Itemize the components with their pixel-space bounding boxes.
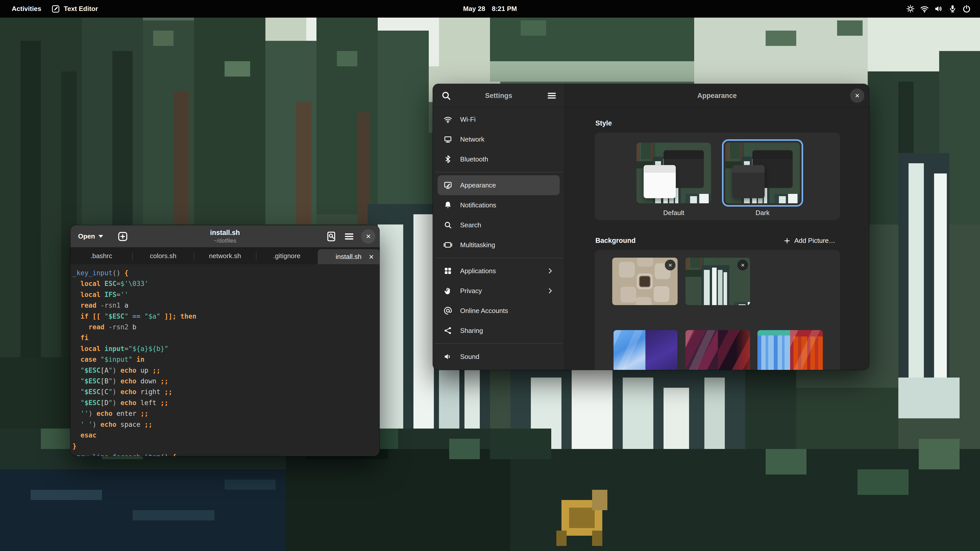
sidebar-item-label: Network (460, 135, 554, 143)
bluetooth-icon (443, 155, 452, 164)
tab-network.sh[interactable]: network.sh (194, 248, 256, 264)
text-editor-headerbar: Open install.sh ~/dotfiles (70, 225, 380, 248)
chevron-right-icon (546, 287, 554, 295)
page-title: Appearance (697, 92, 737, 100)
tab-bar: .bashrccolors.shnetwork.sh.gitignoreinst… (70, 248, 380, 264)
sidebar-item-label: Online Accounts (460, 307, 554, 315)
remove-wallpaper-button[interactable] (665, 260, 676, 270)
wallpaper-thumb-blue-orange-drips[interactable] (757, 330, 823, 370)
clock-button[interactable]: May 28 8:21 PM (463, 0, 517, 17)
power-icon[interactable] (962, 4, 971, 14)
network-icon (443, 135, 452, 144)
code-line[interactable]: _key_input() { (73, 268, 377, 278)
code-line[interactable]: } (73, 441, 377, 451)
code-line[interactable]: local ESC=$'\033' (73, 278, 377, 289)
style-option-label: Default (636, 209, 711, 217)
sidebar-item-privacy[interactable]: Privacy (438, 281, 560, 301)
system-tray[interactable] (906, 4, 971, 14)
sidebar-item-label: Sharing (460, 327, 554, 335)
sidebar-item-notifications[interactable]: Notifications (438, 195, 560, 215)
document-preview-icon[interactable] (325, 230, 337, 242)
wallpaper-thumb-dark-red-waves[interactable] (686, 330, 750, 370)
sidebar-item-appearance[interactable]: Appearance (438, 175, 560, 195)
tab-label: .gitignore (273, 252, 301, 260)
style-preview-dark[interactable] (725, 143, 800, 203)
background-card (595, 250, 840, 370)
code-line[interactable]: ' ') echo space ;; (73, 419, 377, 430)
tab-install.sh[interactable]: install.sh (318, 249, 380, 264)
style-option-dark[interactable]: Dark (725, 143, 800, 217)
code-line[interactable]: read -rsn2 b (73, 322, 377, 332)
online-accounts-icon (443, 306, 452, 315)
sidebar-item-label: Applications (460, 267, 539, 275)
tab-.bashrc[interactable]: .bashrc (70, 248, 132, 264)
sidebar-item-multitasking[interactable]: Multitasking (438, 235, 560, 255)
open-document-button[interactable]: Open (75, 230, 107, 242)
settings-sidebar-nav: Wi-FiNetworkBluetoothAppearanceNotificat… (433, 107, 565, 370)
style-preview-default[interactable] (636, 143, 711, 203)
code-line[interactable]: if [[ "$ESC" == "$a" ]]; then (73, 311, 377, 322)
top-bar: Activities Text Editor May 28 8:21 PM (0, 0, 980, 17)
sidebar-item-search[interactable]: Search (438, 215, 560, 235)
display-brightness-icon[interactable] (906, 4, 915, 14)
sidebar-item-sharing[interactable]: Sharing (438, 321, 560, 341)
sidebar-item-power[interactable]: Power (438, 367, 560, 370)
code-line[interactable]: case "$input" in (73, 354, 377, 365)
sidebar-item-label: Bluetooth (460, 156, 554, 163)
close-window-button[interactable] (361, 229, 375, 244)
text-editor-window: Open install.sh ~/dotfiles (70, 225, 380, 456)
menu-icon[interactable] (546, 90, 557, 101)
sidebar-item-applications[interactable]: Applications (438, 261, 560, 281)
code-line[interactable]: esac (73, 430, 377, 441)
sidebar-item-network[interactable]: Network (438, 129, 560, 149)
code-editor[interactable]: _key_input() { local ESC=$'\033' local I… (70, 264, 380, 456)
code-line[interactable]: local input="${a}${b}" (73, 343, 377, 354)
code-line[interactable]: "$ESC[A") echo up ;; (73, 365, 377, 376)
privacy-icon (443, 286, 452, 295)
wallpaper-thumb-blue-purple-hexagons[interactable] (614, 330, 677, 370)
microphone-icon[interactable] (948, 4, 957, 14)
code-line[interactable]: local IFS='' (73, 289, 377, 300)
style-option-default[interactable]: Default (636, 143, 711, 217)
add-picture-button[interactable]: Add Picture… (780, 235, 839, 247)
activities-button[interactable]: Activities (8, 3, 45, 14)
time-label: 8:21 PM (492, 5, 517, 13)
style-card: DefaultDark (595, 133, 840, 220)
code-line[interactable]: "$ESC[B") echo down ;; (73, 376, 377, 386)
tab-.gitignore[interactable]: .gitignore (256, 248, 318, 264)
sidebar-divider (435, 343, 563, 344)
sidebar-item-label: Appearance (460, 181, 554, 189)
sidebar-item-bluetooth[interactable]: Bluetooth (438, 149, 560, 169)
close-window-button[interactable] (850, 89, 864, 103)
wallpaper-dark-variant (646, 330, 677, 370)
sidebar-item-wi-fi[interactable]: Wi-Fi (438, 110, 560, 129)
focused-app-indicator[interactable]: Text Editor (51, 4, 98, 14)
sidebar-item-label: Notifications (460, 201, 554, 209)
remove-wallpaper-button[interactable] (737, 260, 748, 270)
volume-icon[interactable] (934, 4, 943, 14)
code-line[interactable]: fi (73, 332, 377, 343)
code-line[interactable]: "$ESC[D") echo left ;; (73, 397, 377, 408)
wallpaper-thumb-abstract-pills-beige[interactable] (612, 258, 678, 305)
sidebar-item-label: Sound (460, 353, 554, 361)
sidebar-item-sound[interactable]: Sound (438, 347, 560, 367)
code-line[interactable]: _new_line_foreach_item() { (73, 451, 377, 456)
wifi-icon (443, 115, 452, 124)
wifi-icon[interactable] (920, 4, 929, 14)
code-line[interactable]: "$ESC[C") echo right ;; (73, 386, 377, 397)
search-icon (443, 221, 452, 230)
headerbar-actions (325, 229, 375, 244)
search-icon[interactable] (441, 90, 452, 101)
wallpaper-thumb-forest-waterfall[interactable] (686, 258, 750, 305)
code-line[interactable]: read -rsn1 a (73, 300, 377, 311)
focused-app-name: Text Editor (64, 5, 98, 13)
tab-close-icon[interactable] (368, 253, 375, 260)
sidebar-item-label: Privacy (460, 287, 539, 295)
new-tab-button[interactable] (117, 230, 129, 242)
menu-icon[interactable] (343, 230, 355, 242)
tab-label: network.sh (209, 252, 241, 260)
window-title: install.sh ~/dotfiles (210, 229, 240, 244)
tab-colors.sh[interactable]: colors.sh (132, 248, 194, 264)
code-line[interactable]: '') echo enter ;; (73, 408, 377, 419)
sidebar-item-online-accounts[interactable]: Online Accounts (438, 301, 560, 321)
